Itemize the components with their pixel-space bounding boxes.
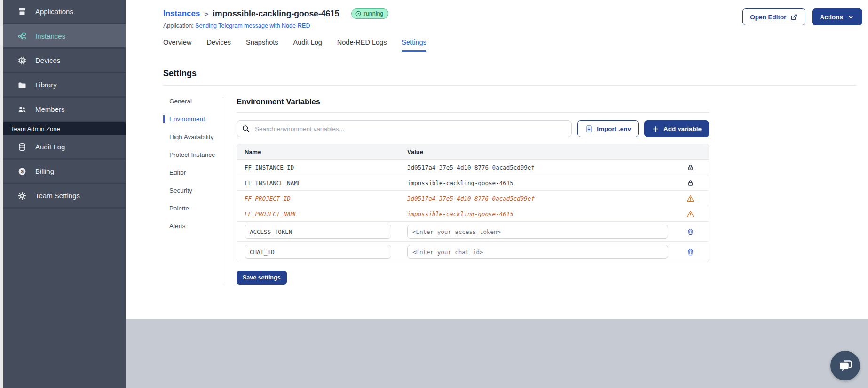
applications-icon (17, 7, 27, 16)
open-editor-button[interactable]: Open Editor (742, 8, 805, 25)
import-env-button[interactable]: Import .env (577, 120, 639, 137)
header-actions: Open Editor Actions (742, 8, 862, 25)
env-value: 3d0517a4-37e5-4d10-8776-0acad5cd99ef (400, 160, 672, 175)
env-var-row: FF_INSTANCE_NAMEimpossible-cackling-goos… (237, 175, 709, 191)
search-wrap (237, 120, 572, 137)
tab-snapshots[interactable]: Snapshots (246, 39, 278, 52)
env-value: impossible-cackling-goose-4615 (400, 175, 672, 191)
env-name-input[interactable] (245, 225, 391, 239)
sidebar-admin-items: Audit Log$BillingTeam Settings (3, 135, 126, 209)
env-var-row: FF_PROJECT_ID3d0517a4-37e5-4d10-8776-0ac… (237, 191, 709, 206)
column-header (672, 144, 709, 160)
save-settings-button[interactable]: Save settings (237, 271, 287, 285)
env-value-input[interactable] (407, 225, 668, 239)
header-left: Instances > impossible-cackling-goose-46… (163, 8, 388, 29)
settings-nav-security[interactable]: Security (163, 186, 216, 194)
env-variables-table: NameValue FF_INSTANCE_ID3d0517a4-37e5-4d… (237, 144, 709, 262)
bottom-band (126, 319, 868, 388)
settings-divider (163, 85, 857, 86)
settings-nav: GeneralEnvironmentHigh AvailabilityProte… (163, 97, 223, 285)
breadcrumb-instances-link[interactable]: Instances (163, 9, 200, 18)
app-window: ApplicationsInstancesDevicesLibraryMembe… (0, 0, 868, 388)
env-name-input[interactable] (245, 245, 391, 259)
search-icon (242, 124, 250, 133)
sidebar-item-label: Audit Log (35, 143, 65, 151)
library-icon (17, 80, 27, 90)
settings-nav-editor[interactable]: Editor (163, 169, 216, 177)
sidebar-item-label: Billing (35, 167, 54, 175)
sidebar-item-members[interactable]: Members (3, 98, 126, 122)
env-name: FF_INSTANCE_NAME (237, 175, 400, 191)
team-admin-zone-label: Team Admin Zone (3, 122, 126, 135)
instance-title: impossible-cackling-goose-4615 (213, 9, 339, 19)
tab-settings[interactable]: Settings (402, 39, 426, 52)
page-title: Settings (163, 69, 862, 78)
env-name: FF_PROJECT_ID (237, 191, 400, 206)
search-input[interactable] (237, 120, 572, 137)
tab-overview[interactable]: Overview (163, 39, 191, 52)
instances-icon (17, 31, 27, 41)
delete-variable-button[interactable] (686, 227, 695, 237)
env-var-row (237, 222, 709, 242)
instance-tabs: OverviewDevicesSnapshotsAudit LogNode-RE… (163, 39, 862, 52)
content: Instances > impossible-cackling-goose-46… (126, 0, 868, 319)
play-circle-icon (355, 10, 362, 17)
trash-icon (687, 248, 694, 256)
status-badge: running (351, 8, 389, 19)
env-toolbar: Import .env Add variable (237, 120, 709, 137)
env-value: impossible-cackling-goose-4615 (400, 206, 672, 222)
sidebar-item-team-settings[interactable]: Team Settings (3, 184, 126, 209)
sidebar-main-items: ApplicationsInstancesDevicesLibraryMembe… (3, 0, 126, 122)
sidebar-item-label: Devices (35, 56, 60, 64)
delete-variable-button[interactable] (686, 247, 695, 257)
add-variable-button[interactable]: Add variable (644, 120, 709, 137)
warning-icon (687, 210, 694, 218)
devices-icon (17, 56, 27, 65)
main-area: Instances > impossible-cackling-goose-46… (126, 0, 868, 388)
sidebar-item-library[interactable]: Library (3, 73, 126, 98)
sidebar-item-label: Library (35, 81, 57, 89)
env-var-row: FF_PROJECT_NAMEimpossible-cackling-goose… (237, 206, 709, 222)
settings-nav-palette[interactable]: Palette (163, 204, 216, 212)
application-label: Application: (163, 23, 194, 29)
sidebar-item-billing[interactable]: $Billing (3, 160, 126, 184)
lock-icon (687, 163, 694, 171)
tab-devices[interactable]: Devices (206, 39, 231, 52)
env-value-input[interactable] (407, 245, 668, 259)
settings-nav-general[interactable]: General (163, 97, 216, 105)
settings-nav-alerts[interactable]: Alerts (163, 222, 216, 230)
sidebar-item-applications[interactable]: Applications (3, 0, 126, 24)
settings-nav-protect-instance[interactable]: Protect Instance (163, 151, 216, 159)
tab-audit-log[interactable]: Audit Log (293, 39, 322, 52)
panel-title: Environment Variables (237, 97, 709, 106)
warning-icon (687, 194, 694, 202)
tab-node-red-logs[interactable]: Node-RED Logs (337, 39, 387, 52)
settings-nav-high-availability[interactable]: High Availability (163, 133, 216, 141)
actions-button[interactable]: Actions (812, 8, 862, 25)
sidebar-item-instances[interactable]: Instances (3, 24, 126, 49)
svg-text:$: $ (21, 168, 24, 174)
page-header: Instances > impossible-cackling-goose-46… (163, 8, 862, 29)
env-name: FF_INSTANCE_ID (237, 160, 400, 175)
sidebar-item-label: Applications (35, 8, 73, 16)
panel-divider (237, 112, 709, 113)
gear-icon (17, 191, 27, 201)
column-header: Name (237, 144, 400, 160)
chevron-down-icon (847, 13, 855, 21)
sidebar-item-devices[interactable]: Devices (3, 49, 126, 73)
sidebar-item-label: Team Settings (35, 192, 80, 200)
environment-panel: Environment Variables (237, 97, 709, 285)
column-header: Value (400, 144, 672, 160)
env-var-row (237, 242, 709, 262)
members-icon (17, 105, 27, 114)
sidebar-item-label: Instances (35, 32, 65, 40)
env-value: 3d0517a4-37e5-4d10-8776-0acad5cd99ef (400, 191, 672, 206)
settings-body: GeneralEnvironmentHigh AvailabilityProte… (163, 97, 862, 285)
env-var-row: FF_INSTANCE_ID3d0517a4-37e5-4d10-8776-0a… (237, 160, 709, 175)
chat-icon (837, 358, 853, 374)
application-link[interactable]: Sending Telegram message with Node-RED (195, 23, 310, 29)
settings-nav-environment[interactable]: Environment (163, 115, 216, 123)
chat-widget-button[interactable] (830, 351, 860, 380)
sidebar-item-audit-log[interactable]: Audit Log (3, 135, 126, 160)
breadcrumb: Instances > impossible-cackling-goose-46… (163, 8, 388, 19)
